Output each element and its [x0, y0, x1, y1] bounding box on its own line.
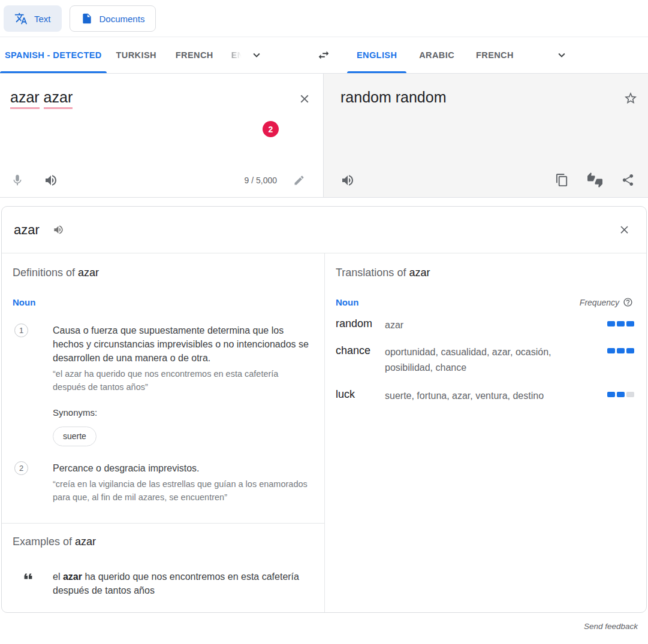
- share-translation-button[interactable]: [621, 173, 635, 187]
- clear-source-text-button[interactable]: [298, 92, 311, 105]
- share-icon: [621, 173, 635, 187]
- frequency-bars: [607, 392, 634, 397]
- rate-translation-button[interactable]: [587, 173, 602, 188]
- character-counter: 9 / 5,000: [245, 176, 278, 185]
- source-panel: azar azar 2 9 / 5,000: [0, 74, 324, 197]
- quote-icon: [22, 570, 35, 583]
- panel-gap: [0, 198, 648, 206]
- thumbs-up-down-icon: [587, 173, 602, 188]
- target-more-languages-button[interactable]: [548, 37, 575, 73]
- translation-mode-bar: Text Documents: [0, 0, 648, 37]
- documents-mode-button[interactable]: Documents: [70, 5, 156, 32]
- target-tab-english[interactable]: ENGLISH: [347, 37, 406, 73]
- target-language-tabs: ENGLISH ARABIC FRENCH: [309, 37, 648, 73]
- source-tab-spanish-detected[interactable]: SPANISH - DETECTED: [0, 37, 107, 73]
- translation-word: random: [336, 318, 385, 330]
- translate-icon: [14, 12, 28, 25]
- source-toolbar: 9 / 5,000: [0, 173, 323, 188]
- definition-example: “el azar ha querido que nos encontremos …: [53, 367, 312, 394]
- definition-number: 2: [14, 461, 28, 475]
- definition-item: 2 Percance o desgracia imprevistos. “cre…: [13, 461, 312, 504]
- target-actions: [555, 173, 635, 188]
- language-bar: SPANISH - DETECTED TURKISH FRENCH EN ENG…: [0, 37, 648, 74]
- source-word[interactable]: azar: [10, 89, 40, 109]
- translation-result-text: random random: [324, 74, 648, 106]
- edit-with-pen-button[interactable]: [293, 174, 305, 186]
- star-outline-icon: [623, 91, 638, 105]
- definition-text[interactable]: Percance o desgracia imprevistos.: [53, 461, 312, 475]
- copy-translation-button[interactable]: [555, 173, 569, 187]
- copy-icon: [555, 173, 569, 187]
- pencil-icon: [293, 174, 305, 186]
- example-sentence: el azar ha querido que nos encontremos e…: [53, 570, 305, 597]
- frequency-bars: [607, 321, 634, 326]
- translations-title: Translations of azar: [336, 267, 634, 279]
- speaker-icon: [53, 224, 64, 235]
- source-word[interactable]: azar: [44, 89, 73, 109]
- synonym-chip[interactable]: suerte: [53, 427, 97, 446]
- speaker-icon: [340, 173, 355, 188]
- definitions-column: Definitions of azar Noun 1 Causa o fuerz…: [2, 253, 325, 612]
- source-tab-truncated[interactable]: EN: [223, 37, 243, 73]
- synonyms-label: Synonyms:: [53, 407, 312, 418]
- translations-pos-label: Noun: [336, 297, 358, 307]
- send-feedback-link[interactable]: Send feedback: [0, 613, 648, 631]
- target-tab-french[interactable]: FRENCH: [466, 37, 523, 73]
- source-more-languages-button[interactable]: [243, 37, 270, 73]
- translate-panels: azar azar 2 9 / 5,000: [0, 74, 648, 198]
- definitions-pos-label: Noun: [13, 297, 312, 307]
- listen-headword-button[interactable]: [53, 224, 64, 235]
- reverse-translations: azar: [385, 318, 607, 333]
- save-translation-button[interactable]: [623, 91, 638, 105]
- frequency-bars: [607, 348, 634, 353]
- text-mode-button[interactable]: Text: [4, 5, 62, 32]
- translations-header-row: Noun Frequency: [336, 297, 634, 307]
- listen-source-button[interactable]: [44, 173, 58, 188]
- example-row: el azar ha querido que nos encontremos e…: [13, 570, 312, 597]
- swap-languages-button[interactable]: [309, 37, 338, 73]
- dictionary-header: azar: [2, 207, 646, 253]
- definition-example: “creía en la vigilancia de las estrellas…: [53, 477, 312, 504]
- dictionary-panel: azar Definitions of azar Noun 1: [1, 206, 647, 613]
- definition-number: 1: [14, 323, 28, 337]
- dictionary-body: Definitions of azar Noun 1 Causa o fuerz…: [2, 253, 646, 612]
- examples-title: Examples of azar: [13, 536, 312, 548]
- source-language-tabs: SPANISH - DETECTED TURKISH FRENCH EN: [0, 37, 309, 73]
- reverse-translations: oportunidad, casualidad, azar, ocasión, …: [385, 344, 607, 376]
- document-icon: [81, 13, 93, 25]
- translations-column: Translations of azar Noun Frequency rand…: [325, 253, 646, 612]
- source-tab-turkish[interactable]: TURKISH: [107, 37, 166, 73]
- help-circle-icon[interactable]: [623, 297, 633, 307]
- definitions-title: Definitions of azar: [13, 267, 312, 279]
- close-icon: [618, 223, 631, 236]
- dictionary-entries-badge[interactable]: 2: [263, 121, 279, 137]
- close-dictionary-button[interactable]: [618, 223, 631, 236]
- dictionary-headword: azar: [14, 222, 40, 238]
- translation-word: chance: [336, 344, 385, 357]
- listen-translation-button[interactable]: [340, 173, 355, 188]
- frequency-label: Frequency: [580, 297, 633, 307]
- chevron-down-icon: [250, 49, 263, 62]
- definition-text[interactable]: Causa o fuerza que supuestamente determi…: [53, 323, 312, 365]
- target-panel: random random: [324, 74, 648, 197]
- swap-arrows-icon: [317, 49, 330, 62]
- translation-row[interactable]: random azar: [336, 318, 634, 333]
- microphone-icon: [11, 174, 24, 187]
- translation-row[interactable]: luck suerte, fortuna, azar, ventura, des…: [336, 388, 634, 404]
- speaker-icon: [44, 173, 58, 188]
- documents-mode-label: Documents: [100, 14, 145, 24]
- definition-item: 1 Causa o fuerza que supuestamente deter…: [13, 323, 312, 446]
- definitions-section: Definitions of azar Noun 1 Causa o fuerz…: [2, 253, 324, 523]
- chevron-down-icon: [555, 49, 568, 62]
- target-toolbar: [324, 173, 648, 188]
- source-text-input[interactable]: azar azar: [0, 74, 323, 106]
- translation-row[interactable]: chance oportunidad, casualidad, azar, oc…: [336, 344, 634, 376]
- examples-section: Examples of azar el azar ha querido que …: [2, 523, 324, 612]
- text-mode-label: Text: [34, 14, 51, 24]
- source-tab-french[interactable]: FRENCH: [166, 37, 223, 73]
- translation-word: luck: [336, 388, 385, 401]
- target-tab-arabic[interactable]: ARABIC: [409, 37, 464, 73]
- voice-input-button[interactable]: [11, 174, 24, 187]
- close-icon: [298, 92, 311, 105]
- reverse-translations: suerte, fortuna, azar, ventura, destino: [385, 388, 607, 404]
